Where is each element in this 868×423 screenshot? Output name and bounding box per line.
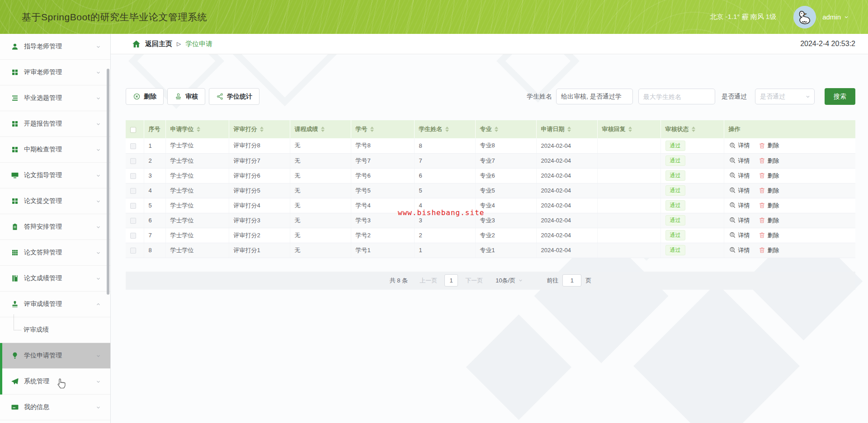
sidebar-item-proposal-mgmt[interactable]: 开题报告管理 [0,111,110,137]
chevron-down-icon [95,198,101,204]
delete-row-button[interactable]: 删除 [758,172,779,180]
breadcrumb-current: 学位申请 [185,40,212,48]
user-menu-chevron-icon[interactable] [844,14,849,20]
sort-carets-icon[interactable] [260,127,264,132]
main-area: 返回主页 ▷ 学位申请 2024-2-4 20:53:2 删除 [111,34,868,423]
row-checkbox[interactable] [130,233,136,239]
column-header: 专业 [480,125,492,133]
chevron-down-icon [95,379,101,385]
sidebar-item-defense-schedule-mgmt[interactable]: 答辩安排管理 [0,214,110,240]
prev-page-button[interactable]: 上一页 [420,277,437,285]
breadcrumb-home-link[interactable]: 返回主页 [145,40,172,48]
sort-carets-icon[interactable] [628,127,632,132]
delete-row-button[interactable]: 删除 [758,141,779,150]
detail-magnifier-icon [729,172,736,179]
detail-button[interactable]: 详情 [729,141,750,150]
review-button[interactable]: 审核 [167,88,205,105]
grid-icon [11,146,19,154]
row-checkbox[interactable] [130,173,136,179]
watermark: www.bishebang.site [398,208,484,217]
mouse-cursor-hand [55,378,67,390]
sort-carets-icon[interactable] [692,127,695,132]
goto-page-input[interactable]: 1 [562,274,581,287]
pagination-bar: 共 8 条 上一页 1 下一页 10条/页 前往 1 页 [126,272,855,290]
sidebar-item-midterm-mgmt[interactable]: 中期检查管理 [0,137,110,163]
sidebar-item-reviewer-mgmt[interactable]: 评审老师管理 [0,60,110,85]
column-header: 申请学位 [170,125,194,133]
pass-select[interactable]: 是否通过 [755,89,815,104]
sidebar-item-grade-mgmt[interactable]: 论文成绩管理 [0,266,110,291]
monitor-icon [11,171,19,179]
status-badge: 通过 [665,155,685,166]
breadcrumb-bar: 返回主页 ▷ 学位申请 2024-2-4 20:53:2 [111,34,868,54]
column-header: 操作 [729,125,741,133]
row-checkbox[interactable] [130,188,136,194]
column-header: 序号 [149,125,160,133]
sort-carets-icon[interactable] [495,127,498,132]
delete-row-button[interactable]: 删除 [758,187,779,195]
username[interactable]: admin [822,13,841,21]
delete-button[interactable]: 删除 [126,88,164,105]
duck-avatar-icon [793,6,816,28]
delete-row-button[interactable]: 删除 [758,157,779,165]
detail-button[interactable]: 详情 [729,187,750,195]
row-checkbox[interactable] [130,158,136,164]
page-size-select[interactable]: 10条/页 [495,277,523,285]
detail-button[interactable]: 详情 [729,202,750,210]
sidebar-item-guidance-mgmt[interactable]: 论文指导管理 [0,163,110,188]
sidebar-item-my-info[interactable]: 我的信息 [0,395,110,420]
datetime: 2024-2-4 20:53:2 [800,40,855,48]
delete-row-button[interactable]: 删除 [758,202,779,210]
student-name-input[interactable] [638,89,715,104]
weather-info: 北京 -1.1° 霾 南风 1级 [710,13,776,21]
grid-icon [11,197,19,205]
home-icon[interactable] [132,39,141,49]
avatar[interactable] [793,6,816,28]
row-checkbox[interactable] [130,218,136,224]
sort-carets-icon[interactable] [567,127,571,132]
sort-carets-icon[interactable] [370,127,374,132]
chevron-up-icon [95,301,101,307]
table-row: 8 学士学位 评审打分1 无 学号1 1 专业1 2024-02-04 通过 详… [126,243,855,258]
sort-carets-icon[interactable] [445,127,449,132]
trash-icon [758,202,766,209]
clipboard-icon [11,223,19,231]
goto-page: 前往 1 页 [547,274,591,287]
row-checkbox[interactable] [130,203,136,209]
sidebar-scrollbar[interactable] [107,69,109,295]
detail-button[interactable]: 详情 [729,231,750,240]
sidebar-item-review-grade-mgmt[interactable]: 评审成绩管理 [0,291,110,317]
delete-row-button[interactable]: 删除 [758,216,779,225]
table-row: 2 学士学位 评审打分7 无 学号7 7 专业7 2024-02-04 通过 详… [126,153,855,168]
sidebar-item-advisor-mgmt[interactable]: 指导老师管理 [0,34,110,60]
current-page[interactable]: 1 [444,274,458,287]
trash-icon [758,216,766,224]
status-badge: 通过 [665,230,685,240]
delete-row-button[interactable]: 删除 [758,246,779,254]
delete-row-button[interactable]: 删除 [758,231,779,240]
status-badge: 通过 [665,200,685,211]
detail-magnifier-icon [729,142,736,150]
review-status-input[interactable] [556,89,633,104]
sort-carets-icon[interactable] [197,127,200,132]
breadcrumb-separator: ▷ [177,41,181,47]
sidebar-item-topic-mgmt[interactable]: 毕业选题管理 [0,85,110,111]
detail-magnifier-icon [729,187,736,194]
select-all-checkbox[interactable] [130,127,136,133]
detail-button[interactable]: 详情 [729,157,750,165]
row-checkbox[interactable] [130,248,136,254]
sort-carets-icon[interactable] [321,127,325,132]
row-checkbox[interactable] [130,143,136,149]
detail-button[interactable]: 详情 [729,216,750,225]
sidebar-item-submission-mgmt[interactable]: 论文提交管理 [0,188,110,214]
sidebar-item-defense-mgmt[interactable]: 论文答辩管理 [0,240,110,266]
next-page-button[interactable]: 下一页 [465,277,483,285]
column-header: 评审打分 [234,125,257,133]
table-row: 4 学士学位 评审打分5 无 学号5 5 专业5 2024-02-04 通过 详… [126,183,855,198]
search-button[interactable]: 搜索 [825,88,855,105]
degree-stats-button[interactable]: 学位统计 [209,88,259,105]
sidebar-item-degree-application-mgmt[interactable]: 学位申请管理 [0,343,110,369]
detail-button[interactable]: 详情 [729,246,750,254]
sidebar-subitem-review-grades[interactable]: 评审成绩 [0,317,110,343]
detail-button[interactable]: 详情 [729,172,750,180]
